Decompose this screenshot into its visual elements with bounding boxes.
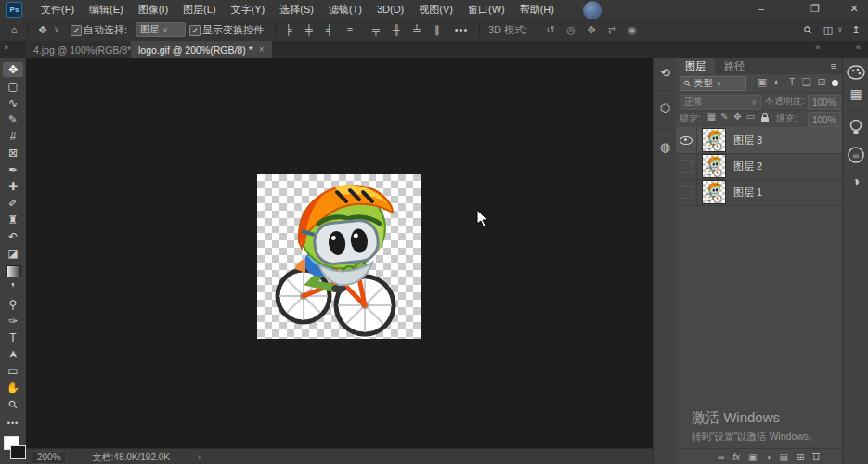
distribute-h-icon[interactable]: ≡	[342, 19, 358, 41]
menu-file[interactable]: 文件(F)	[33, 1, 82, 19]
menu-filter[interactable]: 滤镜(T)	[321, 1, 369, 19]
layer-name[interactable]: 图层 3	[733, 134, 762, 148]
chevron-down-icon[interactable]: ∨	[52, 19, 61, 41]
menu-layer[interactable]: 图层(L)	[175, 1, 223, 19]
3d-slide-icon[interactable]: ⇄	[603, 19, 620, 41]
3d-panel-icon[interactable]: ⬡	[654, 101, 677, 115]
menu-type[interactable]: 文字(Y)	[224, 1, 273, 19]
3d-camera-icon[interactable]: ◉	[624, 19, 641, 41]
align-right-icon[interactable]: ╡	[321, 19, 338, 41]
marquee-tool[interactable]: ▢	[0, 79, 26, 94]
libraries-panel-icon[interactable]: ∞	[843, 146, 868, 164]
adjustment-layer-icon[interactable]: ◑	[765, 452, 771, 462]
frame-tool[interactable]: ⊠	[0, 146, 26, 161]
panel-menu-icon[interactable]: ≡	[831, 60, 836, 71]
layer-row-2[interactable]: 图层 2	[676, 153, 842, 180]
swatches-panel-icon[interactable]: ▦	[843, 86, 868, 101]
edit-toolbar-icon[interactable]: •••	[0, 416, 26, 431]
visibility-toggle[interactable]	[676, 127, 697, 153]
user-avatar[interactable]	[583, 1, 602, 19]
lock-all-icon[interactable]	[761, 117, 769, 122]
menu-select[interactable]: 选择(S)	[272, 1, 321, 19]
brush-tool[interactable]: ✐	[0, 196, 26, 211]
pen-tool[interactable]: ✑	[0, 314, 26, 329]
filter-adjustment-layers-icon[interactable]: ◐	[771, 76, 784, 87]
layer-thumbnail[interactable]	[703, 181, 725, 203]
canvas-pasteboard[interactable]	[26, 58, 653, 448]
lock-artboard-icon[interactable]: ▭	[745, 111, 757, 122]
shape-tool[interactable]: ▭	[0, 364, 26, 379]
adjustments-panel-icon[interactable]: ◑	[843, 174, 868, 188]
blend-mode-dropdown[interactable]: 正常 ∨	[680, 95, 761, 110]
eyedropper-tool[interactable]: ✒	[0, 162, 26, 177]
menu-edit[interactable]: 编辑(E)	[82, 1, 131, 19]
layer-row-3[interactable]: 图层 3	[676, 127, 842, 154]
move-tool[interactable]: ✥	[3, 62, 23, 77]
workspace-icon[interactable]: ◫	[821, 19, 836, 41]
collapse-dock-icon[interactable]: »	[815, 43, 819, 52]
layer-name[interactable]: 图层 1	[733, 186, 762, 200]
app-logo[interactable]: Ps	[6, 2, 22, 18]
close-button[interactable]: ✕	[845, 0, 863, 19]
background-color-swatch[interactable]	[10, 445, 26, 459]
close-tab-icon[interactable]: ×	[259, 45, 265, 55]
align-left-icon[interactable]: ╞	[280, 19, 297, 41]
minimize-button[interactable]: –	[752, 0, 771, 19]
eraser-tool[interactable]: ◪	[0, 246, 26, 261]
distribute-v-icon[interactable]: ∥	[429, 19, 446, 41]
menu-window[interactable]: 窗口(W)	[460, 1, 512, 19]
more-options-icon[interactable]: •••	[451, 19, 472, 41]
fill-field[interactable]: 100%	[808, 112, 843, 127]
color-panel-icon[interactable]	[843, 64, 868, 81]
clone-stamp-tool[interactable]: ♜	[0, 213, 26, 227]
history-panel-icon[interactable]: ⟲	[654, 66, 677, 80]
healing-brush-tool[interactable]: ✚	[0, 179, 26, 194]
align-h-center-icon[interactable]: ╪	[301, 19, 317, 41]
visibility-toggle[interactable]	[676, 179, 697, 205]
menu-help[interactable]: 帮助(H)	[512, 1, 562, 19]
3d-drag-icon[interactable]: ✥	[583, 19, 600, 41]
document-tab-logogif[interactable]: logo.gif @ 200%(RGB/8) * ×	[131, 41, 272, 58]
home-icon[interactable]: ⌂	[6, 19, 22, 41]
canvas-image[interactable]	[257, 174, 421, 339]
status-chevron-icon[interactable]: ›	[198, 452, 201, 462]
search-icon[interactable]: ⚲	[795, 17, 821, 43]
quick-select-tool[interactable]: ✎	[0, 112, 26, 127]
layer-name[interactable]: 图层 2	[733, 160, 762, 174]
lock-position-icon[interactable]: ✥	[732, 111, 744, 122]
filter-smart-objects-icon[interactable]: ⊡	[815, 76, 828, 88]
dodge-tool[interactable]: ⚲	[0, 297, 26, 312]
chevron-down-icon[interactable]: ∨	[836, 19, 845, 41]
auto-select-checkbox[interactable]: ✓	[71, 25, 82, 36]
menu-image[interactable]: 图像(I)	[131, 1, 175, 19]
lasso-tool[interactable]: ∿	[0, 96, 26, 110]
gradient-tool[interactable]	[0, 264, 26, 278]
align-top-icon[interactable]: ╤	[368, 19, 384, 41]
layer-thumbnail[interactable]	[703, 155, 725, 177]
tab-layers[interactable]: 图层	[676, 58, 715, 74]
layer-thumbnail[interactable]	[703, 129, 725, 151]
learn-panel-icon[interactable]	[843, 118, 868, 136]
new-layer-icon[interactable]: ⊞	[797, 452, 804, 462]
history-brush-tool[interactable]: ↶	[0, 229, 26, 244]
filter-type-layers-icon[interactable]: T	[785, 76, 798, 87]
delete-layer-icon[interactable]: ⊔	[812, 453, 820, 461]
collapse-toolbar-icon[interactable]: »	[4, 43, 7, 52]
properties-panel-icon[interactable]: ◍	[654, 140, 677, 154]
zoom-level-field[interactable]: 200%	[32, 451, 67, 464]
align-bottom-icon[interactable]: ╧	[408, 19, 425, 41]
link-layers-icon[interactable]: ∞	[718, 452, 724, 462]
lock-transparency-icon[interactable]: ▦	[706, 111, 718, 122]
3d-orbit-icon[interactable]: ↺	[542, 19, 559, 41]
share-icon[interactable]: ↥	[849, 19, 863, 41]
opacity-field[interactable]: 100%	[808, 95, 843, 110]
visibility-toggle[interactable]	[676, 153, 697, 179]
lock-paint-icon[interactable]: ✎	[719, 111, 731, 122]
filter-toggle[interactable]	[832, 80, 838, 86]
new-group-icon[interactable]: ▤	[779, 452, 787, 462]
move-tool-icon[interactable]: ✥	[35, 19, 50, 41]
menu-view[interactable]: 视图(V)	[411, 1, 460, 19]
layer-mask-icon[interactable]: ▣	[748, 452, 757, 462]
3d-roll-icon[interactable]: ◎	[563, 19, 579, 41]
align-v-center-icon[interactable]: ╫	[388, 19, 405, 41]
